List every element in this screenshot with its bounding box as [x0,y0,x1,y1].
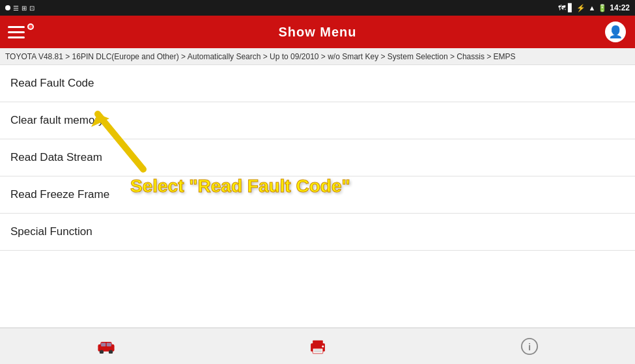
hamburger-line-2 [8,31,25,33]
toolbar-title: Show Menu [278,25,356,40]
bottom-nav-car[interactable] [80,339,132,354]
svg-rect-10 [313,340,323,345]
status-bar: ☰ ⊞ ⊡ 🗺 ▋ ⚡ ▲ 🔋 14:22 [0,0,635,16]
screenshot-icon: ⊞ [21,5,27,12]
breadcrumb-text: TOYOTA V48.81 > 16PIN DLC(Europe and Oth… [5,52,516,61]
svg-rect-13 [313,351,321,352]
bottom-nav-print[interactable] [292,338,344,355]
battery-icon: 🔋 [598,4,607,12]
print-icon [309,338,327,355]
hamburger-line-3 [8,36,25,38]
svg-rect-8 [106,343,111,346]
status-bar-right: 🗺 ▋ ⚡ ▲ 🔋 14:22 [558,3,630,12]
bottom-nav: i [0,328,635,364]
toolbar: Show Menu 👤 [0,16,635,48]
menu-list: Read Fault CodeClear fault memoryRead Da… [0,65,635,251]
status-indicator [5,5,10,10]
svg-point-14 [322,345,324,347]
breadcrumb: TOYOTA V48.81 > 16PIN DLC(Europe and Oth… [0,48,635,65]
wifi-icon: ▲ [588,4,595,12]
main-content: Read Fault CodeClear fault memoryRead Da… [0,65,635,328]
info-icon: i [521,338,538,355]
notification-dot [27,23,34,30]
bottom-nav-info[interactable]: i [503,338,556,355]
svg-rect-12 [313,349,321,350]
user-profile-button[interactable]: 👤 [605,21,626,42]
menu-icon-small: ☰ [13,5,19,12]
menu-item-read-freeze-frame[interactable]: Read Freeze Frame [0,176,635,214]
menu-item-read-data-stream[interactable]: Read Data Stream [0,139,635,176]
status-bar-left: ☰ ⊞ ⊡ [5,5,35,12]
menu-item-clear-fault-memory[interactable]: Clear fault memory [0,102,635,139]
svg-rect-7 [101,343,106,346]
hamburger-menu-button[interactable] [8,26,25,38]
menu-item-read-fault-code[interactable]: Read Fault Code [0,65,635,102]
record-icon: ⊡ [29,5,35,12]
signal-icon: ▋ [568,3,574,12]
hamburger-line-1 [8,26,25,28]
user-icon: 👤 [608,25,623,39]
map-icon: 🗺 [558,4,565,12]
time-display: 14:22 [610,3,630,12]
svg-text:i: i [528,341,530,352]
car-icon [96,339,117,354]
menu-item-special-function[interactable]: Special Function [0,214,635,251]
bluetooth-icon: ⚡ [576,4,586,12]
